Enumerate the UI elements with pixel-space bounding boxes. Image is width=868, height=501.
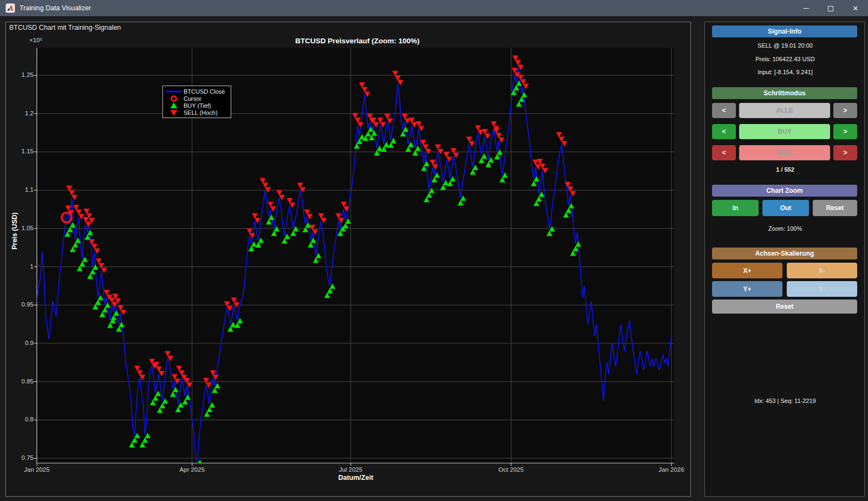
y-axis-exponent: ×10⁵ — [29, 37, 42, 43]
legend-entry: BTCUSD Close — [164, 88, 229, 95]
legend-entry: SELL (Hoch) — [164, 109, 229, 116]
triangle-up-legend-icon — [164, 102, 184, 109]
step-buy-button[interactable]: BUY — [739, 124, 830, 139]
y-minus-button[interactable]: Y- — [787, 281, 857, 297]
minimize-icon — [803, 8, 809, 9]
maximize-icon — [828, 6, 833, 11]
legend-entry-label: SELL (Hoch) — [184, 109, 218, 116]
y-plus-button[interactable]: Y+ — [712, 281, 782, 297]
window-title: Training Data Visualizer — [19, 4, 91, 12]
step-all-prev-button[interactable]: < — [712, 103, 736, 118]
x-axis-label: Datum/Zeit — [302, 474, 410, 482]
control-sidebar: Signal-Info SELL @ 19.01 20:00 Preis: 10… — [704, 22, 865, 497]
chart-panel-title: BTCUSD Chart mit Training-Signalen — [9, 24, 121, 31]
signal-info-header: Signal-Info — [712, 25, 857, 37]
legend-entry: Cursor — [164, 95, 229, 102]
index-status: Idx: 453 | Seq: 11-2219 — [705, 398, 865, 404]
circle-legend-icon — [164, 95, 184, 102]
signal-info-input: Input: [-8.154, 9.241] — [705, 69, 865, 75]
title-bar: Training Data Visualizer ✕ — [0, 0, 868, 17]
y-tick-label: 0.95 — [11, 301, 34, 308]
price-line — [35, 68, 671, 462]
close-button[interactable]: ✕ — [843, 0, 868, 17]
step-all-button[interactable]: ALLE — [739, 103, 830, 118]
chart-legend: BTCUSD CloseCursorBUY (Tief)SELL (Hoch) — [162, 86, 231, 118]
window-controls: ✕ — [793, 0, 868, 17]
y-tick-label: 1.1 — [11, 186, 34, 193]
y-tick-label: 0.9 — [11, 340, 34, 346]
training-data-visualizer-window: { "window": { "title": "Training Data Vi… — [0, 0, 868, 501]
zoom-in-button[interactable]: In — [712, 200, 759, 216]
legend-entry-label: Cursor — [184, 95, 201, 102]
legend-entry-label: BTCUSD Close — [184, 88, 225, 95]
step-mode-header: Schrittmodus — [712, 87, 857, 99]
line-legend-icon — [164, 89, 184, 94]
axis-scaling-header: Achsen-Skalierung — [712, 248, 857, 259]
axis-reset-button[interactable]: Reset — [712, 300, 857, 314]
signal-info-signal: SELL @ 19.01 20:00 — [705, 42, 865, 49]
step-buy-prev-button[interactable]: < — [712, 124, 736, 139]
zoom-reset-button[interactable]: Reset — [813, 200, 857, 216]
step-sell-prev-button[interactable]: < — [712, 145, 736, 160]
signal-info-price: Preis: 106422.43 USD — [705, 56, 865, 62]
legend-entry: BUY (Tief) — [164, 102, 229, 109]
price-chart-plot[interactable] — [22, 43, 680, 471]
legend-entry-label: BUY (Tief) — [184, 102, 211, 109]
x-plus-button[interactable]: X+ — [712, 263, 782, 278]
step-all-next-button[interactable]: > — [833, 103, 857, 118]
triangle-down-legend-icon — [164, 109, 184, 116]
close-icon: ✕ — [853, 4, 859, 12]
x-tick-label: Oct 2025 — [487, 466, 536, 473]
chart-zoom-header: Chart Zoom — [712, 185, 857, 197]
x-tick-label: Jan 2025 — [12, 466, 61, 473]
y-tick-label: 1.15 — [11, 148, 34, 154]
step-sell-next-button[interactable]: > — [833, 145, 857, 160]
y-tick-label: 0.85 — [11, 378, 34, 385]
y-tick-label: 1.05 — [11, 225, 34, 231]
y-tick-label: 0.8 — [11, 416, 34, 422]
step-sell-button[interactable]: SELL — [739, 145, 830, 160]
step-buy-next-button[interactable]: > — [833, 124, 857, 139]
minimize-button[interactable] — [793, 0, 818, 17]
y-tick-label: 1.25 — [11, 71, 34, 78]
x-tick-label: Jul 2025 — [327, 466, 375, 473]
y-tick-label: 1 — [11, 263, 34, 270]
x-tick-label: Apr 2025 — [168, 466, 217, 473]
x-minus-button[interactable]: X- — [787, 263, 857, 278]
y-tick-label: 0.75 — [11, 454, 34, 461]
zoom-out-button[interactable]: Out — [762, 200, 809, 216]
matlab-app-icon — [5, 3, 15, 13]
zoom-status: Zoom: 100% — [705, 225, 865, 232]
step-counter: 1 / 552 — [705, 166, 865, 173]
y-tick-label: 1.2 — [11, 110, 34, 116]
x-tick-label: Jan 2026 — [647, 466, 696, 473]
maximize-button[interactable] — [818, 0, 843, 17]
